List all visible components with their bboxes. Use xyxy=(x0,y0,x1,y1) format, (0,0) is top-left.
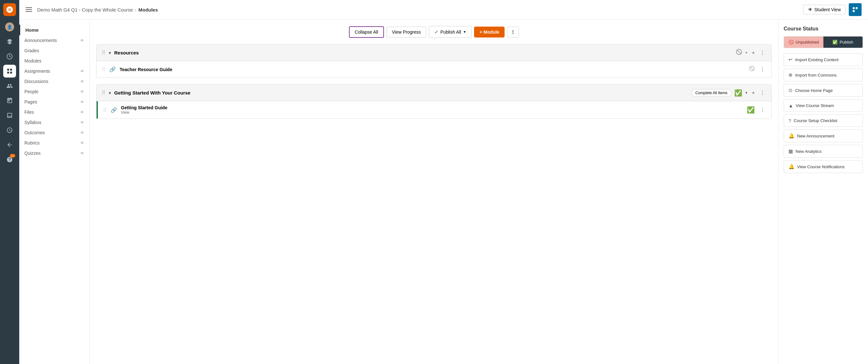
choose-home-button[interactable]: ⊙ Choose Home Page xyxy=(784,84,863,97)
publish-button[interactable]: ✅ Publish xyxy=(824,36,863,48)
view-progress-button[interactable]: View Progress xyxy=(386,27,426,37)
view-course-stream-button[interactable]: ▲ View Course Stream xyxy=(784,99,863,112)
view-course-notifications-button[interactable]: 🔔 View Course Notifications xyxy=(784,160,863,173)
nav-profile[interactable]: 👤 xyxy=(3,21,16,33)
course-setup-checklist-button[interactable]: ? Course Setup Checklist xyxy=(784,114,863,127)
sidebar-item-syllabus[interactable]: Syllabus 👁 xyxy=(19,117,90,128)
collapse-all-label: Collapse All xyxy=(355,30,378,35)
unpublish-icon[interactable] xyxy=(736,49,742,57)
eye-icon: 👁 xyxy=(80,89,84,94)
publish-green-icon[interactable]: ✅ xyxy=(734,89,742,97)
more-options-button[interactable]: ⋮ xyxy=(507,27,519,37)
new-announcement-icon: 🔔 xyxy=(788,133,795,139)
inbox-icon xyxy=(6,112,13,119)
publish-check-icon: ✅ xyxy=(832,40,838,44)
left-navigation: 👤 10 xyxy=(0,0,19,364)
breadcrumb-course[interactable]: Demo Math G4 Q1 - Copy the Whole Course xyxy=(37,7,133,12)
sidebar-item-label: Announcements xyxy=(24,38,57,43)
link-icon: 🔗 xyxy=(110,66,116,72)
publish-check-icon: ✓ xyxy=(434,29,438,35)
sidebar-item-label: Assignments xyxy=(24,69,50,74)
module-options-button[interactable]: ⋮ xyxy=(758,48,766,57)
nav-history[interactable] xyxy=(3,50,16,63)
complete-all-button[interactable]: Complete All Items xyxy=(691,89,732,97)
canvas-icon-button[interactable] xyxy=(849,3,862,16)
course-sidebar: Home Announcements 👁 Grades Modules Assi… xyxy=(19,20,90,364)
sidebar-item-rubrics[interactable]: Rubrics 👁 xyxy=(19,138,90,148)
import-existing-button[interactable]: ↩ Import Existing Content xyxy=(784,53,863,66)
new-analytics-button[interactable]: ▦ New Analytics xyxy=(784,145,863,158)
sidebar-item-discussions[interactable]: Discussions 👁 xyxy=(19,76,90,87)
course-status-title: Course Status xyxy=(784,26,863,32)
student-view-button[interactable]: 👁 Student View xyxy=(803,5,845,14)
item-options-button[interactable]: ⋮ xyxy=(758,65,766,74)
add-item-button[interactable]: + xyxy=(751,89,756,97)
svg-rect-5 xyxy=(853,7,855,9)
course-setup-checklist-label: Course Setup Checklist xyxy=(794,118,837,123)
sidebar-item-files[interactable]: Files 👁 xyxy=(19,107,90,117)
sidebar-item-outcomes[interactable]: Outcomes 👁 xyxy=(19,128,90,138)
publish-dropdown[interactable]: ▼ xyxy=(745,51,748,55)
item-published-icon[interactable]: ✅ xyxy=(747,106,755,114)
logo[interactable] xyxy=(3,3,16,16)
modules-icon xyxy=(6,68,13,74)
svg-rect-4 xyxy=(10,72,12,74)
content-layout: Home Announcements 👁 Grades Modules Assi… xyxy=(19,20,868,364)
new-analytics-icon: ▦ xyxy=(788,148,793,154)
nav-modules[interactable] xyxy=(3,65,16,77)
item-title[interactable]: Getting Started Guide xyxy=(121,105,743,110)
add-item-button[interactable]: + xyxy=(751,49,756,57)
unpublished-button[interactable]: 🚫 Unpublished xyxy=(784,36,824,48)
expand-arrow[interactable]: ▾ xyxy=(109,50,111,56)
sidebar-item-grades[interactable]: Grades xyxy=(19,45,90,56)
back-icon xyxy=(6,142,13,148)
nav-calendar[interactable] xyxy=(3,94,16,107)
publish-all-button[interactable]: ✓ Publish All ▼ xyxy=(429,26,472,38)
nav-help[interactable]: 10 xyxy=(3,153,16,166)
sidebar-item-modules[interactable]: Modules xyxy=(19,56,90,66)
sidebar-item-people[interactable]: People 👁 xyxy=(19,87,90,97)
nav-clock[interactable] xyxy=(3,124,16,136)
publish-dropdown-arrow: ▼ xyxy=(463,30,466,34)
item-drag-handle[interactable]: ⠿ xyxy=(102,66,105,72)
add-module-button[interactable]: + Module xyxy=(474,27,504,37)
item-drag-handle[interactable]: ⠿ xyxy=(103,107,107,113)
expand-arrow[interactable]: ▾ xyxy=(109,90,111,96)
publish-dropdown[interactable]: ▼ xyxy=(745,91,748,95)
view-progress-label: View Progress xyxy=(392,30,421,35)
new-analytics-label: New Analytics xyxy=(796,149,822,154)
svg-rect-7 xyxy=(853,10,855,12)
sidebar-item-home[interactable]: Home xyxy=(19,25,90,35)
unpublished-label: Unpublished xyxy=(796,40,818,44)
nav-courses[interactable] xyxy=(3,35,16,48)
eye-icon: 👁 xyxy=(80,120,84,125)
module-options-button[interactable]: ⋮ xyxy=(758,89,766,97)
drag-handle[interactable]: ⠿ xyxy=(102,49,105,56)
sidebar-item-quizzes[interactable]: Quizzes 👁 xyxy=(19,148,90,158)
drag-handle[interactable]: ⠿ xyxy=(102,90,105,96)
svg-line-9 xyxy=(737,50,741,54)
item-title[interactable]: Teacher Resource Guide xyxy=(120,67,745,72)
choose-home-label: Choose Home Page xyxy=(795,88,833,93)
sidebar-item-announcements[interactable]: Announcements 👁 xyxy=(19,35,90,45)
hamburger-menu[interactable] xyxy=(26,7,32,12)
import-existing-label: Import Existing Content xyxy=(795,57,838,62)
item-unpublish-icon[interactable] xyxy=(749,66,755,73)
svg-rect-2 xyxy=(10,69,12,71)
breadcrumb-separator: › xyxy=(135,7,136,12)
sidebar-item-pages[interactable]: Pages 👁 xyxy=(19,97,90,107)
item-options-button[interactable]: ⋮ xyxy=(758,106,766,114)
nav-people[interactable] xyxy=(3,79,16,92)
view-course-notifications-icon: 🔔 xyxy=(788,164,795,169)
item-subtitle[interactable]: View xyxy=(121,110,743,115)
import-commons-button[interactable]: ⊕ Import from Commons xyxy=(784,69,863,81)
choose-home-icon: ⊙ xyxy=(788,88,793,93)
collapse-all-button[interactable]: Collapse All xyxy=(349,26,384,38)
view-course-notifications-label: View Course Notifications xyxy=(797,164,845,169)
sidebar-item-assignments[interactable]: Assignments 👁 xyxy=(19,66,90,76)
nav-inbox[interactable] xyxy=(3,109,16,122)
publish-all-label: Publish All xyxy=(440,30,461,35)
nav-back[interactable] xyxy=(3,138,16,151)
view-course-stream-label: View Course Stream xyxy=(796,103,834,108)
new-announcement-button[interactable]: 🔔 New Announcement xyxy=(784,129,863,142)
